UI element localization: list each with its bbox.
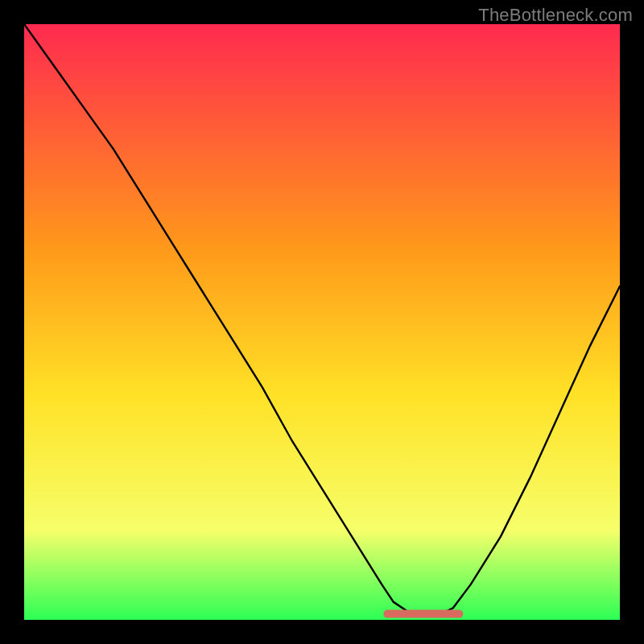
chart-frame: TheBottleneck.com xyxy=(0,0,644,644)
gradient-background xyxy=(24,24,620,620)
watermark-text: TheBottleneck.com xyxy=(478,5,633,26)
bottleneck-chart xyxy=(24,24,620,620)
